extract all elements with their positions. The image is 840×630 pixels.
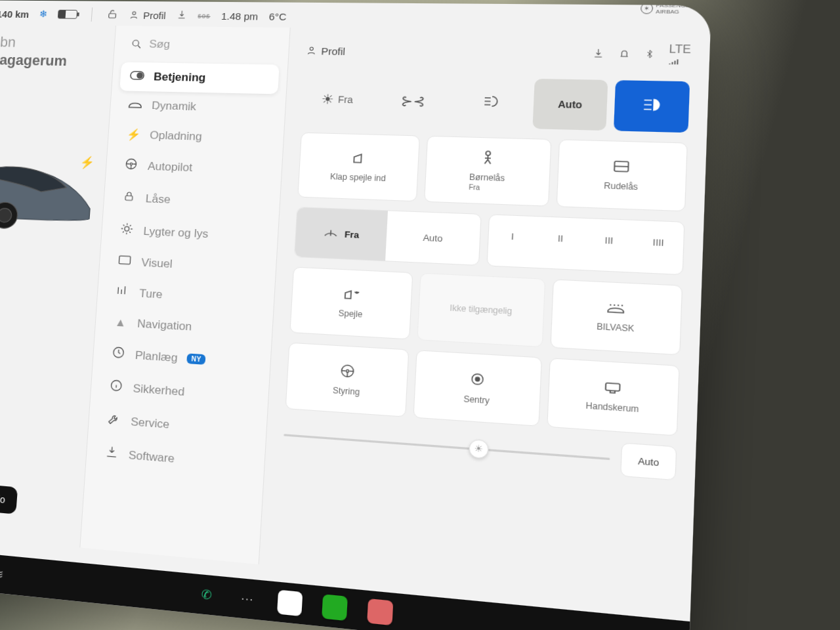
wipers-speed-2[interactable]: II	[536, 217, 585, 260]
divider	[91, 7, 93, 22]
adjust-mirrors-button[interactable]: Spejle	[289, 266, 413, 339]
dock-app-3[interactable]	[367, 598, 393, 625]
unavailable-tile: Ikke tilgængelig	[417, 273, 545, 348]
open-trunk-button[interactable]: Åbn Bagagerum	[0, 33, 108, 70]
menu-item-label: Planlæg	[135, 348, 178, 365]
high-beam-button[interactable]	[614, 80, 690, 133]
dock-more-icon[interactable]: ⋯	[236, 587, 258, 611]
svg-point-18	[346, 369, 348, 372]
dock-mute-icon[interactable]: 🔇	[646, 627, 671, 630]
brightness-auto-button[interactable]: Auto	[620, 442, 677, 480]
sw-icon	[104, 445, 119, 463]
toggle-icon	[129, 70, 145, 83]
time-readout: 1.48 pm	[221, 10, 259, 22]
wipers-speed-3[interactable]: III	[584, 219, 635, 262]
profile-button[interactable]: Profil	[128, 9, 166, 20]
window-lock-button[interactable]: Rudelås	[556, 139, 688, 211]
fold-mirrors-button[interactable]: Klap spejle ind	[297, 133, 420, 202]
battery-icon	[58, 10, 77, 19]
unlock-icon[interactable]	[106, 8, 118, 22]
glovebox-icon	[603, 380, 623, 398]
menu-item-label: Service	[131, 415, 170, 431]
bluetooth-icon[interactable]	[644, 48, 655, 64]
svg-point-20	[475, 377, 480, 381]
controls-panel: Profil LTE ☀ Fra ⊱⊰	[259, 28, 711, 605]
svg-point-8	[130, 163, 133, 165]
panel-profile-button[interactable]: Profil	[306, 45, 346, 56]
carwash-icon	[606, 301, 627, 318]
download-update-icon[interactable]	[176, 9, 188, 22]
balance-toast[interactable]: tjek ubetalt saldo	[0, 480, 18, 514]
wipers-speed-1[interactable]: I	[488, 215, 537, 257]
menu-item-opladning[interactable]: ⚡Opladning	[116, 119, 276, 154]
lights-auto-button[interactable]: Auto	[533, 79, 608, 131]
search-icon	[131, 38, 143, 50]
svg-rect-21	[606, 383, 620, 390]
steering-wheel-icon	[339, 362, 356, 382]
menu-item-label: Sikkerhed	[133, 381, 185, 398]
charging-bolt-icon: ⚡	[79, 155, 95, 170]
clock-icon	[110, 345, 126, 363]
dock-app-1[interactable]	[277, 590, 303, 617]
menu-item-dynamik[interactable]: Dynamik	[117, 91, 278, 123]
range-readout: 140 km	[0, 9, 30, 20]
child-lock-button[interactable]: BørnelåsFra	[424, 136, 551, 207]
download-update-icon[interactable]	[592, 48, 604, 62]
settings-menu: Søg BetjeningDynamik⚡OpladningAutopilotL…	[79, 26, 290, 564]
high-beam-icon	[641, 96, 662, 116]
nav-icon: ▲	[113, 316, 129, 330]
dock-app-2[interactable]	[322, 594, 348, 621]
menu-item-label: Opladning	[150, 129, 203, 143]
light-icon	[119, 222, 135, 239]
parking-lights-button[interactable]: ⊱⊰	[377, 76, 449, 127]
carwash-mode-button[interactable]: BILVASK	[550, 279, 682, 355]
menu-item-betjening[interactable]: Betjening	[119, 62, 279, 94]
brightness-slider[interactable]: ☀	[284, 434, 610, 460]
low-beam-icon	[481, 94, 499, 112]
svg-rect-9	[125, 196, 133, 200]
window-lock-icon	[612, 159, 631, 177]
menu-item-label: Lygter og lys	[143, 224, 209, 241]
menu-item-label: Betjening	[154, 70, 206, 85]
wheel-icon	[123, 157, 139, 174]
passenger-airbag-indicator: ✶ PASSENGERAIRBAG	[640, 2, 694, 15]
svg-rect-0	[109, 13, 116, 18]
svg-point-15	[486, 151, 490, 156]
glovebox-button[interactable]: Handskerum	[547, 358, 680, 436]
wiper-icon	[323, 226, 339, 241]
lights-off-button[interactable]: ☀ Fra	[302, 75, 373, 125]
svg-point-6	[137, 73, 143, 78]
sentry-mode-button[interactable]: Sentry	[413, 350, 542, 427]
menu-item-label: Visuel	[141, 256, 173, 271]
search-field[interactable]: Søg	[121, 31, 281, 64]
temperature-readout: 6°C	[268, 10, 286, 22]
wipers-speed-4[interactable]: IIII	[633, 220, 684, 264]
dock-phone-icon[interactable]: ✆	[195, 583, 217, 606]
svg-point-1	[133, 12, 136, 15]
child-lock-icon	[480, 149, 495, 168]
wipers-row: Fra Auto I II III IIII	[294, 207, 685, 275]
parking-light-icon: ⊱⊰	[400, 93, 426, 110]
light-off-icon: ☀	[321, 91, 335, 108]
steering-adjust-button[interactable]: Styring	[285, 343, 410, 417]
svg-point-4	[133, 40, 139, 46]
brightness-thumb[interactable]: ☀	[469, 438, 489, 459]
snowflake-icon: ❄	[39, 9, 48, 20]
sentry-icon	[469, 371, 486, 391]
svg-rect-11	[119, 256, 131, 264]
wipers-off-button[interactable]: Fra	[295, 207, 388, 261]
info-icon	[108, 378, 124, 396]
airbag-icon: ✶	[640, 3, 653, 14]
dock-defrost-icon[interactable]: ≋	[0, 563, 9, 585]
low-beam-button[interactable]	[454, 77, 528, 129]
menu-item-label: Software	[128, 448, 175, 465]
wipers-auto-button[interactable]: Auto	[385, 211, 481, 264]
menu-item-label: Ture	[139, 287, 163, 301]
headlights-row: ☀ Fra ⊱⊰ Auto	[302, 75, 690, 133]
svg-point-14	[310, 47, 313, 51]
menu-item-label: Låse	[145, 192, 171, 207]
notifications-icon[interactable]	[618, 48, 631, 62]
bolt-icon: ⚡	[125, 127, 141, 142]
sos-indicator: sos	[198, 12, 211, 19]
menu-item-autopilot[interactable]: Autopilot	[114, 149, 274, 187]
